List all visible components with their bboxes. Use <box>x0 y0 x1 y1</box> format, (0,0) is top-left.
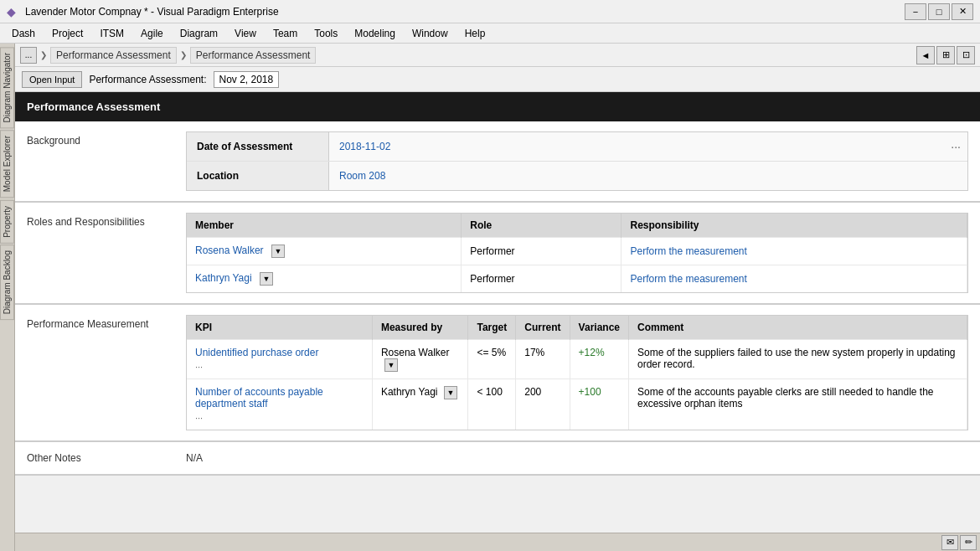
perf-current-0: 17% <box>516 340 570 379</box>
roles-col-member: Member <box>187 214 462 238</box>
toolbar-row: Open Input Performance Assessment: Nov 2… <box>15 67 980 92</box>
breadcrumb-item-2[interactable]: Performance Assessment <box>190 47 317 64</box>
breadcrumb-item-1-text: Performance Assessment <box>56 49 171 61</box>
perf-target-1: < 100 <box>468 379 516 430</box>
field-row-location: Location Room 208 <box>187 162 967 190</box>
open-input-button[interactable]: Open Input <box>22 71 82 88</box>
perf-kpi-0: Unidentified purchase order ··· <box>187 340 372 379</box>
roles-role-1: Performer <box>462 265 622 293</box>
menu-modeling[interactable]: Modeling <box>346 26 404 41</box>
perf-variance-1: +100 <box>570 379 628 430</box>
perf-current-1: 200 <box>516 379 570 430</box>
breadcrumb-right-controls: ◄ ⊞ ⊡ <box>916 46 975 64</box>
bottom-bar: ✉ ✏ <box>15 533 980 551</box>
roles-member-dropdown-0[interactable]: ▼ <box>271 245 285 258</box>
roles-table: Member Role Responsibility Rosena Walker <box>187 214 967 292</box>
roles-table-header: Member Role Responsibility <box>187 214 967 238</box>
field-menu-date[interactable]: ··· <box>944 132 967 161</box>
field-label-location: Location <box>187 162 329 190</box>
content-area: ... ❯ Performance Assessment ❯ Performan… <box>15 44 980 551</box>
assessment-label: Performance Assessment: <box>89 74 206 85</box>
roles-responsibility-1: Perform the measurement <box>622 265 967 293</box>
background-label: Background <box>27 131 186 191</box>
title-bar: ◆ Lavender Motor Compnay * - Visual Para… <box>0 0 980 23</box>
perf-col-measured-by: Measured by <box>372 316 468 340</box>
close-button[interactable]: ✕ <box>952 3 973 20</box>
perf-col-comment: Comment <box>628 316 967 340</box>
roles-col-role: Role <box>462 214 622 238</box>
menu-project[interactable]: Project <box>44 26 91 41</box>
title-bar-text: Lavender Motor Compnay * - Visual Paradi… <box>25 6 905 18</box>
roles-member-1: Kathryn Yagi ▼ <box>187 265 462 293</box>
breadcrumb-arrow-1: ❯ <box>40 50 47 59</box>
title-bar-controls: − □ ✕ <box>905 3 973 20</box>
menu-team[interactable]: Team <box>265 26 306 41</box>
roles-role-0: Performer <box>462 238 622 265</box>
field-value-location: Room 208 <box>329 162 967 190</box>
perf-col-target: Target <box>468 316 516 340</box>
breadcrumb-back-button[interactable]: ◄ <box>916 46 935 64</box>
doc-header: Performance Assessment <box>15 92 980 121</box>
assessment-date: Nov 2, 2018 <box>214 71 280 88</box>
menu-diagram[interactable]: Diagram <box>172 26 226 41</box>
edit-button[interactable]: ✏ <box>960 535 977 550</box>
field-value-date: 2018-11-02 <box>329 132 944 161</box>
perf-label: Performance Measurement <box>27 315 186 430</box>
menu-window[interactable]: Window <box>404 26 456 41</box>
roles-section: Roles and Responsibilities Member Role R… <box>15 203 980 305</box>
background-section: Background Date of Assessment 2018-11-02… <box>15 121 980 203</box>
breadcrumb-item-2-text: Performance Assessment <box>196 49 311 61</box>
menu-help[interactable]: Help <box>456 26 494 41</box>
perf-row-1: Number of accounts payable department st… <box>187 379 967 430</box>
roles-label: Roles and Responsibilities <box>27 213 186 293</box>
menu-itsm[interactable]: ITSM <box>91 26 132 41</box>
menu-tools[interactable]: Tools <box>306 26 346 41</box>
app-icon: ◆ <box>7 5 20 18</box>
perf-col-variance: Variance <box>570 316 628 340</box>
field-label-date: Date of Assessment <box>187 132 329 161</box>
maximize-button[interactable]: □ <box>928 3 950 20</box>
roles-row-0: Rosena Walker ▼ Performer Perform the me… <box>187 238 967 265</box>
breadcrumb-grid-button[interactable]: ⊞ <box>936 46 955 64</box>
perf-col-current: Current <box>516 316 570 340</box>
notes-section: Other Notes N/A <box>15 442 980 476</box>
perf-table-header: KPI Measured by Target Current Variance … <box>187 316 967 340</box>
roles-member-dropdown-1[interactable]: ▼ <box>260 272 273 286</box>
email-button[interactable]: ✉ <box>941 535 958 550</box>
perf-inner: Performance Measurement KPI Measured by … <box>15 305 980 440</box>
background-content: Date of Assessment 2018-11-02 ··· Locati… <box>186 131 968 191</box>
perf-col-kpi: KPI <box>187 316 372 340</box>
sidebar-tab-model-explorer[interactable]: Model Explorer <box>0 130 14 198</box>
perf-target-0: <= 5% <box>468 340 516 379</box>
perf-kpi-1: Number of accounts payable department st… <box>187 379 372 430</box>
perf-row-0: Unidentified purchase order ··· Rosena W… <box>187 340 967 379</box>
sidebar-tab-diagram-navigator[interactable]: Diagram Navigator <box>0 47 14 128</box>
roles-col-responsibility: Responsibility <box>622 214 967 238</box>
sidebar-tab-diagram-backlog[interactable]: Diagram Backlog <box>0 245 14 320</box>
menu-bar: Dash Project ITSM Agile Diagram View Tea… <box>0 23 980 44</box>
minimize-button[interactable]: − <box>905 3 926 20</box>
perf-table-wrap: KPI Measured by Target Current Variance … <box>186 315 968 430</box>
breadcrumb-item-1[interactable]: Performance Assessment <box>50 47 177 64</box>
perf-measured-dropdown-1[interactable]: ▼ <box>444 386 457 399</box>
menu-agile[interactable]: Agile <box>132 26 172 41</box>
notes-value: N/A <box>186 452 203 464</box>
breadcrumb-bar: ... ❯ Performance Assessment ❯ Performan… <box>15 44 980 67</box>
roles-table-wrap: Member Role Responsibility Rosena Walker <box>186 213 968 293</box>
menu-dash[interactable]: Dash <box>3 26 44 41</box>
performance-section: Performance Measurement KPI Measured by … <box>15 305 980 442</box>
sidebar-tab-property[interactable]: Property <box>0 200 14 244</box>
breadcrumb-nav-button[interactable]: ... <box>20 47 37 64</box>
perf-table: KPI Measured by Target Current Variance … <box>187 316 967 430</box>
doc-container[interactable]: Performance Assessment Background Date o… <box>15 92 980 533</box>
perf-measured-dropdown-0[interactable]: ▼ <box>384 358 398 372</box>
roles-row-1: Kathryn Yagi ▼ Performer Perform the mea… <box>187 265 967 293</box>
left-sidebar: Diagram Navigator Model Explorer Propert… <box>0 44 15 551</box>
perf-comment-0: Some of the suppliers failed to use the … <box>628 340 967 379</box>
roles-responsibility-0: Perform the measurement <box>622 238 967 265</box>
roles-member-0: Rosena Walker ▼ <box>187 238 462 265</box>
perf-comment-1: Some of the accounts payable clerks are … <box>628 379 967 430</box>
doc-title: Performance Assessment <box>27 100 160 113</box>
menu-view[interactable]: View <box>226 26 265 41</box>
breadcrumb-expand-button[interactable]: ⊡ <box>957 46 975 64</box>
